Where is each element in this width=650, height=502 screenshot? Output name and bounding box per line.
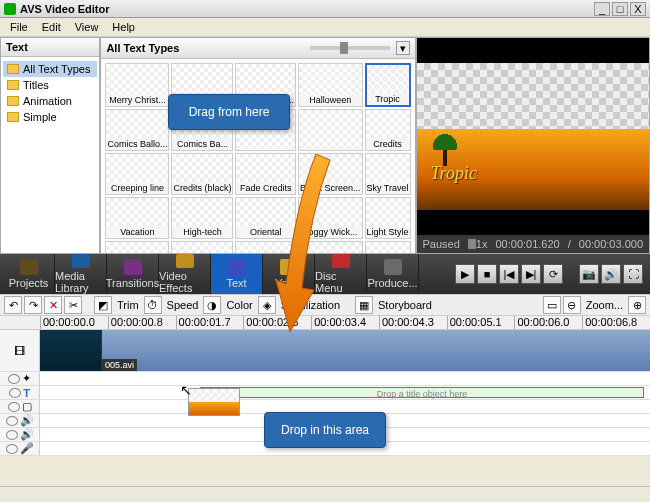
trim-label[interactable]: Trim (114, 299, 142, 311)
thumb-item[interactable] (105, 241, 169, 253)
toolbar-label: Text (226, 277, 246, 289)
view-options-button[interactable]: ▾ (396, 41, 410, 55)
main-toolbar: ProjectsMedia LibraryTransitionsVideo Ef… (0, 254, 650, 294)
thumb-item[interactable]: Vacation (105, 197, 169, 239)
fx-track-head[interactable]: ✦ (0, 372, 40, 385)
prev-frame-button[interactable]: |◀ (499, 264, 519, 284)
stabilization-label[interactable]: Stabilization (278, 299, 343, 311)
thumb-item[interactable]: Light Style (365, 197, 411, 239)
zoom-in-button[interactable]: ⊕ (628, 296, 646, 314)
thumb-item[interactable]: Text (171, 241, 233, 253)
menu-file[interactable]: File (4, 20, 34, 34)
fullscreen-button[interactable]: ⛶ (623, 264, 643, 284)
loop-button[interactable]: ⟳ (543, 264, 563, 284)
audio3-track-head[interactable]: 🎤 (0, 442, 40, 455)
storyboard-icon[interactable]: ▦ (355, 296, 373, 314)
toolbar-icon (280, 259, 298, 275)
thumb-item[interactable]: Oriental (235, 197, 296, 239)
thumb-item[interactable]: Text (298, 241, 363, 253)
trim-icon[interactable]: ◩ (94, 296, 112, 314)
thumb-preview (299, 242, 362, 253)
thumb-preview (299, 154, 362, 182)
thumb-caption: Sky Travel (366, 182, 410, 194)
fx-track[interactable] (40, 372, 650, 385)
thumb-item[interactable]: Halloween (298, 63, 363, 107)
zoom-label[interactable]: Zoom... (583, 299, 626, 311)
close-button[interactable]: X (630, 2, 646, 16)
overlay-track-head[interactable]: ▢ (0, 400, 40, 413)
delete-button[interactable]: ✕ (44, 296, 62, 314)
thumbnail-size-slider[interactable] (310, 46, 390, 50)
eye-icon[interactable] (8, 374, 20, 384)
toolbar-disc-menu[interactable]: Disc Menu (315, 254, 367, 294)
thumb-item[interactable]: Merry Christ... (105, 63, 169, 107)
title-track[interactable]: Drop a title object here (40, 386, 650, 399)
color-icon[interactable]: ◑ (203, 296, 221, 314)
video-track[interactable]: 005.avi (40, 330, 650, 371)
speed-icon[interactable]: ⏱ (144, 296, 162, 314)
audio1-track-head[interactable]: 🔊 (0, 414, 40, 427)
toolbar-media-library[interactable]: Media Library (55, 254, 107, 294)
audio2-track-head[interactable]: 🔊 (0, 428, 40, 441)
thumb-preview (236, 242, 295, 253)
thumb-caption: Merry Christ... (106, 94, 168, 106)
thumb-item[interactable]: Credits (black) (171, 153, 233, 195)
thumb-item[interactable]: Text (365, 241, 411, 253)
thumb-item[interactable]: Fade Credits (235, 153, 296, 195)
thumb-item[interactable]: Comics Ballo... (105, 109, 169, 151)
sidebar-item-all-text-types[interactable]: All Text Types (3, 61, 97, 77)
thumb-item[interactable]: Creeping line (105, 153, 169, 195)
callout-drop: Drop in this area (264, 412, 386, 448)
thumb-preview (172, 154, 232, 182)
menu-edit[interactable]: Edit (36, 20, 67, 34)
toolbar-text[interactable]: Text (211, 254, 263, 294)
video-clip[interactable]: 005.avi (40, 330, 650, 371)
split-button[interactable]: ✂ (64, 296, 82, 314)
toolbar-voice[interactable]: Voice (263, 254, 315, 294)
thumb-item[interactable]: Sky Travel (365, 153, 411, 195)
toolbar-transitions[interactable]: Transitions (107, 254, 159, 294)
thumb-caption: Halloween (299, 94, 362, 106)
eye-icon[interactable] (6, 444, 18, 454)
storyboard-label[interactable]: Storyboard (375, 299, 435, 311)
thumb-item[interactable] (298, 109, 363, 151)
eye-icon[interactable] (6, 430, 18, 440)
eye-icon[interactable] (8, 402, 20, 412)
title-drop-zone[interactable]: Drop a title object here (200, 387, 644, 398)
sidebar-item-titles[interactable]: Titles (3, 77, 97, 93)
thumb-item[interactable]: Text (235, 241, 296, 253)
thumb-caption: Light Style (366, 226, 410, 238)
stabilization-icon[interactable]: ◈ (258, 296, 276, 314)
next-frame-button[interactable]: ▶| (521, 264, 541, 284)
toolbar-produce-[interactable]: Produce... (367, 254, 419, 294)
menu-help[interactable]: Help (106, 20, 141, 34)
thumb-item[interactable]: High-tech (171, 197, 233, 239)
thumb-item[interactable]: Credits (365, 109, 411, 151)
play-button[interactable]: ▶ (455, 264, 475, 284)
menu-view[interactable]: View (69, 20, 105, 34)
sidebar-item-animation[interactable]: Animation (3, 93, 97, 109)
overlay-icon: ▢ (22, 400, 32, 413)
thumb-item[interactable]: Foggy Wick... (298, 197, 363, 239)
eye-icon[interactable] (9, 388, 21, 398)
volume-button[interactable]: 🔊 (601, 264, 621, 284)
undo-button[interactable]: ↶ (4, 296, 22, 314)
zoom-out-button[interactable]: ⊖ (563, 296, 581, 314)
eye-icon[interactable] (6, 416, 18, 426)
stop-button[interactable]: ■ (477, 264, 497, 284)
toolbar-projects[interactable]: Projects (3, 254, 55, 294)
thumb-item[interactable]: Black Screen... (298, 153, 363, 195)
zoom-fit-button[interactable]: ▭ (543, 296, 561, 314)
speed-label[interactable]: Speed (164, 299, 202, 311)
toolbar-video-effects[interactable]: Video Effects (159, 254, 211, 294)
title-track-head[interactable]: T (0, 386, 40, 399)
thumb-item[interactable]: Tropic (365, 63, 411, 107)
minimize-button[interactable]: _ (594, 2, 610, 16)
snapshot-button[interactable]: 📷 (579, 264, 599, 284)
maximize-button[interactable]: □ (612, 2, 628, 16)
sidebar-item-simple[interactable]: Simple (3, 109, 97, 125)
color-label[interactable]: Color (223, 299, 255, 311)
redo-button[interactable]: ↷ (24, 296, 42, 314)
video-track-head[interactable]: 🎞 (0, 330, 40, 371)
time-ruler[interactable]: 00:00:00.000:00:00.800:00:01.700:00:02.5… (0, 316, 650, 330)
